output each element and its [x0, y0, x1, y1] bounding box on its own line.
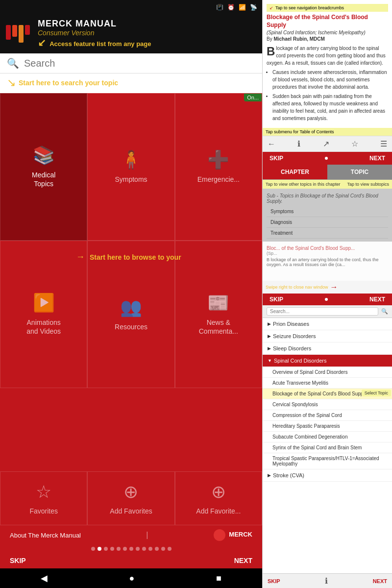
toc-item-spinal[interactable]: ▼ Spinal Cord Disorders: [263, 355, 392, 367]
nav-dot-1[interactable]: [91, 547, 95, 551]
star-toolbar-icon[interactable]: ☆: [351, 139, 358, 148]
merck-logo: MERCK: [214, 529, 252, 541]
animations-label: Animationsand Videos: [26, 318, 61, 336]
toc-sub-tropical[interactable]: Tropical Spastic Paraparesis/HTLV-1=Asso…: [263, 453, 392, 469]
about-merck-link[interactable]: About The Merck Manual: [10, 532, 81, 539]
nav-dot-10[interactable]: [148, 547, 152, 551]
play-icon: ▶️: [33, 293, 55, 313]
add-circle-icon-1: ⊕: [123, 482, 138, 502]
grid-item-animations[interactable]: ▶️ Animationsand Videos: [0, 241, 87, 388]
nav-dot-4[interactable]: [110, 547, 114, 551]
sub-item-diagnosis[interactable]: Diagnosis: [267, 217, 388, 228]
nav-dot-9[interactable]: [142, 547, 146, 551]
resources-label: Resources: [115, 322, 147, 331]
nav-dot-8[interactable]: [136, 547, 140, 551]
r-next-2[interactable]: NEXT: [369, 296, 385, 303]
grid-item-resources[interactable]: 👥 Resources: [87, 241, 174, 388]
back-button[interactable]: ◀: [41, 573, 48, 584]
right-skip-next-1: SKIP NEXT: [263, 152, 392, 165]
back-arrow-icon[interactable]: ←: [268, 140, 275, 148]
skip-button[interactable]: SKIP: [10, 557, 26, 564]
author-name: Michael Rubin, MDCM: [273, 36, 324, 42]
nav-dot-12[interactable]: [161, 547, 165, 551]
nav-dot-13[interactable]: [168, 547, 172, 551]
toc-info-icon[interactable]: ℹ: [325, 576, 328, 586]
toc-annotation: Tap submenu for Table of Contents: [263, 128, 392, 136]
right-toolbar: ← ℹ ↗ ☆ ☰: [263, 136, 392, 152]
toc-sub-compression[interactable]: Compression of the Spinal Cord: [263, 410, 392, 421]
sub-item-symptoms[interactable]: Symptoms: [267, 206, 388, 217]
toc-sub-blockage[interactable]: Blockage of the Spinal Cord's Blood Supp…: [263, 389, 392, 399]
home-button[interactable]: ●: [129, 573, 135, 584]
nav-dot-3[interactable]: [104, 547, 108, 551]
nav-dot-11[interactable]: [155, 547, 159, 551]
nav-dot-2[interactable]: [98, 547, 101, 551]
grid-item-news[interactable]: 📰 News &Commenta...: [175, 241, 262, 388]
chapter-tab[interactable]: CHAPTER: [263, 165, 327, 179]
consumer-version: Consumer Version: [38, 29, 151, 37]
right-skip-next-2: SKIP NEXT: [263, 294, 392, 305]
drop-cap: B: [267, 46, 275, 57]
recent-button[interactable]: ■: [216, 573, 221, 584]
bottom-item-favorites[interactable]: ☆ Favorites: [0, 471, 87, 525]
toc-sub-syrinx[interactable]: Syrinx of the Spinal Cord and Brain Stem: [263, 442, 392, 453]
toc-search-input[interactable]: [267, 307, 378, 316]
grid-item-emergencies[interactable]: On... ➕ Emergencie...: [175, 93, 262, 241]
toc-skip-button[interactable]: SKIP: [268, 578, 280, 584]
search-input[interactable]: [24, 58, 255, 69]
bottom-row: ☆ Favorites ⊕ Add Favorites ⊕ Add Favori…: [0, 471, 262, 525]
toc-sub-hereditary[interactable]: Hereditary Spastic Paraparesis: [263, 421, 392, 432]
toc-sub-subacute[interactable]: Subacute Combined Degeneration: [263, 432, 392, 442]
r-skip-2[interactable]: SKIP: [270, 296, 283, 303]
share-icon[interactable]: ↗: [323, 139, 329, 148]
bottom-item-add-favorites-1[interactable]: ⊕ Add Favorites: [87, 471, 174, 525]
r-next-1[interactable]: NEXT: [369, 155, 385, 162]
swipe-annotation: Swipe right to close nav window →: [263, 281, 392, 294]
symptoms-label: Symptoms: [115, 175, 147, 184]
access-feature-text: ↙ Access feature list from any page: [38, 37, 151, 49]
toc-bottom-toolbar: SKIP ℹ NEXT: [263, 573, 392, 588]
breadcrumb-arrow: ↙: [270, 5, 273, 10]
toc-sub-acute[interactable]: Acute Transverse Myelitis: [263, 378, 392, 389]
plus-icon: ➕: [207, 149, 229, 170]
search-annotation-area: ↘ Start here to search your topic: [0, 74, 262, 93]
online-badge: On...: [244, 94, 262, 101]
chapter-annotations: Tap to view other topics in this chapter…: [263, 180, 392, 189]
search-bar[interactable]: 🔍: [0, 53, 262, 74]
menu-icon[interactable]: ☰: [380, 139, 387, 148]
toc-sub-cervical[interactable]: Cervical Spondylosis: [263, 399, 392, 410]
expand-icon-stroke: ▶: [268, 473, 271, 478]
grid-item-symptoms[interactable]: 🧍 Symptoms: [87, 93, 174, 241]
toc-annotation-text: Tap submenu for Table of Contents: [266, 129, 334, 134]
bottom-item-add-favorites-2[interactable]: ⊕ Add Favorite...: [175, 471, 262, 525]
toc-next-button[interactable]: NEXT: [373, 578, 387, 584]
topic-tab[interactable]: TOPIC: [327, 165, 392, 179]
logo-bar-2: [12, 25, 17, 37]
nav-dot-6[interactable]: [123, 547, 127, 551]
expand-icon-prion: ▶: [268, 321, 271, 326]
sub-item-treatment[interactable]: Treatment: [267, 228, 388, 239]
nav-dot-5[interactable]: [117, 547, 121, 551]
info-icon[interactable]: ℹ: [297, 139, 300, 148]
view-subtopics-annotation: Tap to view subtopics: [347, 182, 389, 187]
nav-dot-7[interactable]: [129, 547, 133, 551]
bullet-2: Sudden back pain with pain radiating fro…: [272, 93, 388, 122]
toc-sub-overview[interactable]: Overview of Spinal Cord Disorders: [263, 367, 392, 378]
book-icon: 📚: [33, 145, 55, 166]
toc-item-seizure[interactable]: ▶ Seizure Disorders: [263, 330, 392, 343]
right-panel: ↙ Tap to see navigation breadcrumbs Bloc…: [262, 0, 392, 588]
toc-item-prion[interactable]: ▶ Prion Diseases: [263, 318, 392, 330]
toc-label-prion: Prion Diseases: [273, 321, 309, 327]
toc-search-icon[interactable]: 🔍: [381, 308, 388, 315]
r-skip-1[interactable]: SKIP: [270, 155, 283, 162]
next-button[interactable]: NEXT: [234, 557, 252, 564]
grid-item-medical-topics[interactable]: 📚 MedicalTopics: [0, 93, 87, 241]
news-label: News &Commenta...: [199, 318, 238, 336]
android-nav: ◀ ● ■: [0, 568, 262, 588]
sub-overlay-header: Sub - Topics in Blockage of the Spinal C…: [267, 192, 388, 206]
logo-bar-4: [25, 25, 30, 35]
toc-item-stroke[interactable]: ▶ Stroke (CVA): [263, 469, 392, 482]
select-topic-annotation: Select Topic: [362, 390, 391, 396]
breadcrumb-annotation: ↙ Tap to see navigation breadcrumbs: [267, 4, 388, 12]
toc-item-sleep[interactable]: ▶ Sleep Disorders: [263, 343, 392, 355]
